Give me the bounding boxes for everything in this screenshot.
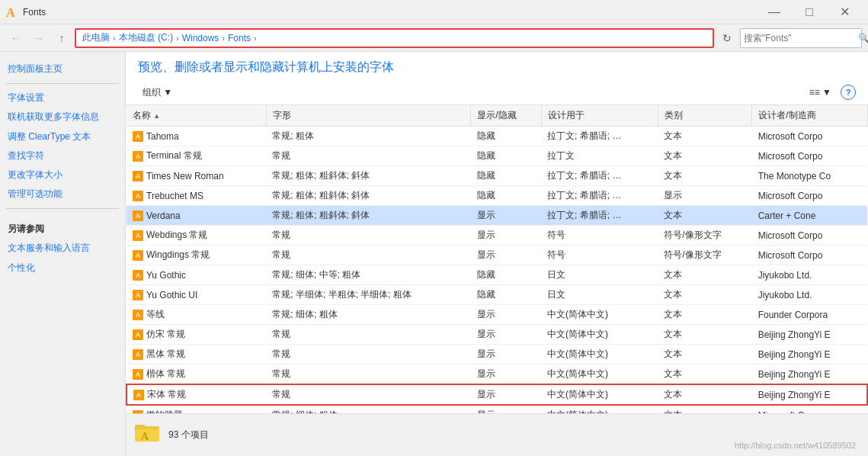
search-box: 🔍 xyxy=(740,28,862,48)
table-row[interactable]: A宋体 常规常规显示中文(简体中文)文本Beijing ZhongYi E xyxy=(127,384,867,405)
font-name-cell: ATimes New Roman xyxy=(127,166,266,186)
table-row[interactable]: AWebdings 常规常规显示符号符号/像形文字Microsoft Corpo xyxy=(127,226,867,246)
font-name-cell: AVerdana xyxy=(127,206,266,226)
sidebar-see-also-1[interactable]: 个性化 xyxy=(6,259,119,278)
sidebar-divider-1 xyxy=(6,83,119,84)
font-style: 常规; 粗体; 粗斜体; 斜体 xyxy=(266,206,470,226)
font-name-cell: AWingdings 常规 xyxy=(127,246,266,265)
font-type: 文本 xyxy=(658,206,751,226)
font-name-text: Times New Roman xyxy=(146,171,224,181)
table-row[interactable]: AYu Gothic常规; 细体; 中等; 粗体隐藏日文文本Jiyukobo L… xyxy=(127,265,867,285)
svg-text:A: A xyxy=(141,431,149,442)
font-table[interactable]: 名称 ▲ 字形 显示/隐藏 设计用于 类别 设计者/制造商 ATahoma常规;… xyxy=(126,105,868,413)
font-designer: Founder Corpora xyxy=(752,305,867,325)
maximize-button[interactable]: □ xyxy=(792,0,827,24)
sidebar-link-5[interactable]: 管理可选功能 xyxy=(6,185,119,204)
font-name-text: Verdana xyxy=(146,210,181,221)
font-name-text: 黑体 常规 xyxy=(146,348,185,361)
table-row[interactable]: ATimes New Roman常规; 粗体; 粗斜体; 斜体隐藏拉丁文; 希腊… xyxy=(127,166,867,186)
close-button[interactable]: ✕ xyxy=(827,0,862,24)
font-name-cell: A宋体 常规 xyxy=(127,384,266,405)
col-header-name[interactable]: 名称 ▲ xyxy=(127,105,266,127)
toolbar-row: 组织 ▼ ≡≡ ▼ ? xyxy=(126,80,868,105)
font-style: 常规 xyxy=(266,226,470,246)
font-name-cell: ATerminal 常规 xyxy=(127,146,266,166)
font-visibility: 显示 xyxy=(471,384,541,405)
sidebar: 控制面板主页 字体设置 联机获取更多字体信息 调整 ClearType 文本 查… xyxy=(0,52,126,456)
font-style: 常规 xyxy=(266,345,470,364)
table-row[interactable]: AYu Gothic UI常规; 半细体; 半粗体; 半细体; 粗体隐藏日文文本… xyxy=(127,285,867,305)
font-icon: A xyxy=(133,329,143,340)
font-type: 文本 xyxy=(658,405,751,413)
col-header-designed-for[interactable]: 设计用于 xyxy=(541,105,658,127)
table-row[interactable]: ATrebuchet MS常规; 粗体; 粗斜体; 斜体隐藏拉丁文; 希腊语; … xyxy=(127,186,867,206)
sidebar-link-2[interactable]: 调整 ClearType 文本 xyxy=(6,127,119,146)
help-button[interactable]: ? xyxy=(841,85,856,100)
table-row[interactable]: ATahoma常规; 粗体隐藏拉丁文; 希腊语; …文本Microsoft Co… xyxy=(127,127,867,146)
forward-button[interactable]: → xyxy=(29,28,49,48)
table-row[interactable]: A微软雅黑常规; 细体; 粗体显示中文(简体中文)文本Microsoft Cor… xyxy=(127,405,867,413)
font-style: 常规; 粗体 xyxy=(266,127,470,146)
folder-svg: A xyxy=(135,422,159,443)
sidebar-link-3[interactable]: 查找字符 xyxy=(6,146,119,165)
content-title: 预览、删除或者显示和隐藏计算机上安装的字体 xyxy=(138,59,856,75)
refresh-button[interactable]: ↻ xyxy=(717,28,737,48)
col-header-type[interactable]: 类别 xyxy=(658,105,751,127)
table-row[interactable]: A等线常规; 细体; 粗体显示中文(简体中文)文本Founder Corpora xyxy=(127,305,867,325)
table-row[interactable]: AVerdana常规; 粗体; 粗斜体; 斜体显示拉丁文; 希腊语; …文本Ca… xyxy=(127,206,867,226)
breadcrumb-segment-1[interactable]: 本地磁盘 (C:) xyxy=(119,31,173,44)
table-row[interactable]: A黑体 常规常规显示中文(简体中文)文本Beijing ZhongYi E xyxy=(127,345,867,364)
sidebar-see-also-0[interactable]: 文本服务和输入语言 xyxy=(6,239,119,258)
font-name-text: Trebuchet MS xyxy=(146,191,203,201)
font-icon: A xyxy=(133,349,143,360)
font-visibility: 隐藏 xyxy=(471,285,541,305)
table-row[interactable]: AWingdings 常规常规显示符号符号/像形文字Microsoft Corp… xyxy=(127,246,867,265)
up-button[interactable]: ↑ xyxy=(52,28,72,48)
breadcrumb-segment-2[interactable]: Windows xyxy=(182,33,219,43)
font-designer: Jiyukobo Ltd. xyxy=(752,285,867,305)
font-designed_for: 拉丁文; 希腊语; … xyxy=(541,166,658,186)
font-name-cell: ATrebuchet MS xyxy=(127,186,266,206)
font-designer: Beijing ZhongYi E xyxy=(752,364,867,385)
sidebar-control-panel-link[interactable]: 控制面板主页 xyxy=(6,59,119,79)
font-type: 文本 xyxy=(658,364,751,385)
font-style: 常规; 半细体; 半粗体; 半细体; 粗体 xyxy=(266,285,470,305)
font-type: 符号/像形文字 xyxy=(658,246,751,265)
breadcrumb-segment-3[interactable]: Fonts xyxy=(228,33,251,43)
organize-button[interactable]: 组织 ▼ xyxy=(138,83,177,101)
table-row[interactable]: ATerminal 常规常规隐藏拉丁文文本Microsoft Corpo xyxy=(127,146,867,166)
font-name-text: 宋体 常规 xyxy=(147,388,186,401)
back-button[interactable]: ← xyxy=(6,28,26,48)
font-visibility: 显示 xyxy=(471,325,541,345)
table-row[interactable]: A楷体 常规常规显示中文(简体中文)文本Beijing ZhongYi E xyxy=(127,364,867,385)
breadcrumb: 此电脑 › 本地磁盘 (C:) › Windows › Fonts › xyxy=(82,31,257,44)
font-style: 常规 xyxy=(266,325,470,345)
font-name-cell: A等线 xyxy=(127,305,266,325)
content-header: 预览、删除或者显示和隐藏计算机上安装的字体 xyxy=(126,52,868,80)
table-row[interactable]: A仿宋 常规常规显示中文(简体中文)文本Beijing ZhongYi E xyxy=(127,325,867,345)
font-icon: A xyxy=(133,310,143,320)
font-name-cell: A仿宋 常规 xyxy=(127,325,266,345)
font-designed_for: 拉丁文; 希腊语; … xyxy=(541,186,658,206)
view-button[interactable]: ≡≡ ▼ xyxy=(806,83,834,101)
font-designed_for: 中文(简体中文) xyxy=(541,405,658,413)
sidebar-link-4[interactable]: 更改字体大小 xyxy=(6,165,119,185)
breadcrumb-segment-0[interactable]: 此电脑 xyxy=(82,31,110,44)
font-visibility: 显示 xyxy=(471,405,541,413)
search-input[interactable] xyxy=(744,33,858,43)
font-visibility: 隐藏 xyxy=(471,146,541,166)
folder-icon: A xyxy=(135,422,159,448)
font-name-text: Terminal 常规 xyxy=(146,149,202,162)
col-header-designer[interactable]: 设计者/制造商 xyxy=(752,105,867,127)
col-header-style[interactable]: 字形 xyxy=(266,105,470,127)
font-visibility: 显示 xyxy=(471,364,541,385)
font-name-text: 楷体 常规 xyxy=(146,368,185,381)
font-designed_for: 符号 xyxy=(541,246,658,265)
address-bar[interactable]: 此电脑 › 本地磁盘 (C:) › Windows › Fonts › xyxy=(75,28,714,48)
sidebar-link-1[interactable]: 联机获取更多字体信息 xyxy=(6,108,119,127)
sidebar-link-0[interactable]: 字体设置 xyxy=(6,88,119,108)
font-style: 常规 xyxy=(266,246,470,265)
minimize-button[interactable]: — xyxy=(757,0,792,24)
col-header-visibility[interactable]: 显示/隐藏 xyxy=(471,105,541,127)
font-name-text: Wingdings 常规 xyxy=(146,249,210,262)
